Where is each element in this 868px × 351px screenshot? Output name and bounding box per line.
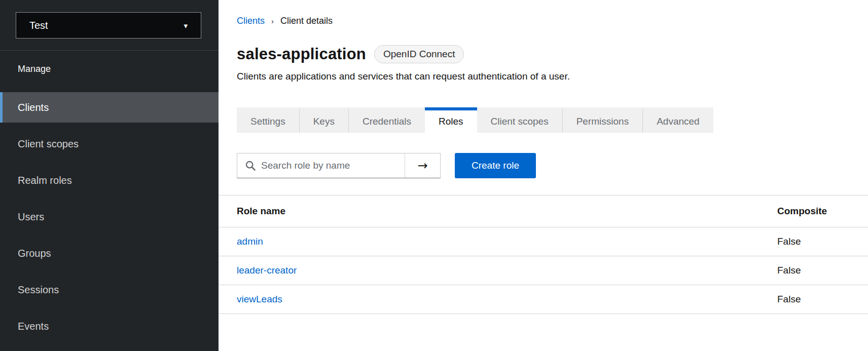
breadcrumb-divider-icon: › [271, 17, 274, 25]
table-row: admin False [219, 227, 868, 256]
role-link-leader-creator[interactable]: leader-creator [237, 265, 297, 276]
role-link-viewleads[interactable]: viewLeads [237, 294, 282, 304]
tab-credentials[interactable]: Credentials [348, 107, 425, 133]
tab-client-scopes[interactable]: Client scopes [477, 107, 562, 133]
table-row: leader-creator False [219, 256, 868, 285]
roles-toolbar: → Create role [237, 153, 868, 178]
composite-value: False [777, 256, 868, 285]
tab-bar: Settings Keys Credentials Roles Client s… [237, 107, 713, 133]
table-row: viewLeads False [219, 285, 868, 314]
tab-roles[interactable]: Roles [425, 107, 477, 133]
sidebar-item-events[interactable]: Events [0, 311, 219, 341]
nav-section-label: Manage [0, 51, 219, 78]
page-title: sales-application [237, 45, 366, 63]
realm-name: Test [29, 20, 48, 31]
table-header-row: Role name Composite [219, 196, 868, 227]
tab-settings[interactable]: Settings [237, 107, 299, 133]
sidebar-item-groups[interactable]: Groups [0, 238, 219, 268]
roles-table-section: Role name Composite admin False leader-c… [219, 195, 868, 314]
sidebar-item-client-scopes[interactable]: Client scopes [0, 129, 219, 159]
protocol-badge: OpenID Connect [374, 45, 464, 63]
tab-keys[interactable]: Keys [299, 107, 348, 133]
breadcrumb: Clients › Client details [237, 15, 868, 26]
roles-table: Role name Composite admin False leader-c… [219, 196, 868, 314]
composite-value: False [777, 227, 868, 256]
column-header-role-name: Role name [219, 196, 777, 227]
breadcrumb-link-clients[interactable]: Clients [237, 16, 265, 26]
main-content: Clients › Client details sales-applicati… [219, 0, 868, 351]
realm-selector-area: Test ▾ [0, 0, 219, 51]
tab-advanced[interactable]: Advanced [642, 107, 713, 133]
sidebar-item-realm-roles[interactable]: Realm roles [0, 165, 219, 196]
search-input[interactable] [261, 160, 393, 171]
realm-selector-dropdown[interactable]: Test ▾ [16, 12, 201, 38]
search-field-wrap [237, 153, 405, 178]
column-header-composite: Composite [777, 196, 868, 227]
page-header: sales-application OpenID Connect [237, 44, 868, 65]
arrow-right-icon: → [417, 159, 427, 173]
page-description: Clients are applications and services th… [237, 71, 868, 84]
breadcrumb-current: Client details [280, 16, 333, 26]
search-submit-button[interactable]: → [405, 153, 440, 178]
sidebar-item-clients[interactable]: Clients [0, 92, 219, 123]
sidebar-nav-list: Clients Client scopes Realm roles Users … [0, 89, 219, 344]
tab-permissions[interactable]: Permissions [562, 107, 642, 133]
sidebar-item-users[interactable]: Users [0, 202, 219, 232]
sidebar-item-sessions[interactable]: Sessions [0, 275, 219, 305]
role-link-admin[interactable]: admin [237, 236, 263, 247]
caret-down-icon: ▾ [184, 22, 188, 29]
search-group: → [237, 153, 441, 178]
composite-value: False [777, 285, 868, 314]
create-role-button[interactable]: Create role [455, 153, 536, 178]
search-icon [245, 161, 256, 171]
sidebar: Test ▾ Manage Clients Client scopes Real… [0, 0, 219, 351]
